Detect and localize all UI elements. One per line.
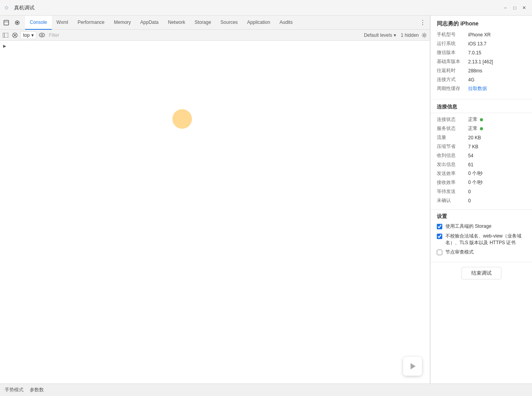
info-row-cache: 周期性缓存 拉取数据 (437, 85, 526, 92)
console-settings-btn[interactable] (420, 31, 428, 39)
info-label-service-status: 服务状态 (437, 125, 468, 132)
info-value-pending: 0 (468, 189, 471, 194)
tab-sources[interactable]: Sources (216, 16, 242, 30)
tab-appdata[interactable]: AppData (136, 16, 163, 30)
info-label-traffic: 流量 (437, 134, 468, 141)
sidebar-toggle-btn[interactable] (2, 31, 9, 39)
tab-wxml[interactable]: Wxml (52, 16, 73, 30)
setting-tls-label: 不校验合法域名、web-view（业务域名）、TLS 版本以及 HTTPS 证书 (445, 233, 526, 246)
fetch-data-link[interactable]: 拉取数据 (468, 85, 487, 92)
inspect-icon-btn[interactable] (2, 18, 11, 27)
info-value-unconfirmed: 0 (468, 198, 471, 203)
info-row-os: 运行系统 iOS 13.7 (437, 40, 526, 47)
info-value-phone-model: iPhone XR (468, 32, 490, 38)
tab-network[interactable]: Network (163, 16, 190, 30)
context-selector[interactable]: top ▾ (20, 31, 36, 39)
info-label-compress: 压缩节省 (437, 143, 468, 150)
app-icon: ◇ (5, 5, 11, 11)
info-label-received: 收到信息 (437, 152, 468, 159)
connection-section-title: 连接信息 (431, 99, 532, 113)
tab-console[interactable]: Console (25, 16, 52, 30)
info-label-pending: 等待发送 (437, 188, 468, 195)
setting-storage-checkbox[interactable] (437, 224, 442, 229)
info-row-sdk: 基础库版本 2.13.1 [462] (437, 58, 526, 65)
svg-point-10 (41, 34, 43, 36)
setting-node-row: 节点审查模式 (437, 249, 526, 256)
close-button[interactable]: ✕ (521, 5, 527, 11)
info-value-traffic: 20 KB (468, 135, 481, 140)
info-value-rtt: 288ms (468, 68, 482, 74)
record-icon-btn[interactable] (13, 18, 22, 27)
console-toolbar: top ▾ Default levels ▾ 1 hidden (0, 30, 430, 41)
setting-tls-row: 不校验合法域名、web-view（业务域名）、TLS 版本以及 HTTPS 证书 (437, 233, 526, 246)
info-row-connection: 连接方式 4G (437, 76, 526, 83)
svg-marker-12 (411, 363, 416, 369)
info-value-wechat: 7.0.15 (468, 50, 481, 56)
tab-memory[interactable]: Memory (109, 16, 136, 30)
info-value-sent: 61 (468, 162, 473, 167)
cursor-indicator (172, 109, 192, 129)
console-content: ▶ (0, 41, 430, 383)
settings-section: 设置 使用工具端的 Storage 不校验合法域名、web-view（业务域名）… (431, 210, 532, 262)
minimize-button[interactable]: − (502, 5, 508, 11)
more-tabs-button[interactable]: ⋮ (417, 17, 428, 28)
tab-bar: Console Wxml Performance Memory AppData … (0, 16, 430, 30)
play-overlay-btn[interactable] (403, 357, 422, 376)
expand-arrow[interactable]: ▶ (3, 44, 6, 48)
svg-rect-4 (3, 33, 8, 38)
info-row-traffic: 流量 20 KB (437, 134, 526, 141)
setting-storage-label: 使用工具端的 Storage (445, 223, 491, 230)
info-value-received: 54 (468, 153, 473, 158)
right-panel: 同志勇的 iPhone 手机型号 iPhone XR 运行系统 iOS 13.7… (430, 16, 532, 383)
info-label-send-rate: 发送效率 (437, 170, 468, 177)
svg-point-3 (16, 22, 18, 23)
title-bar-left: ◇ 真机调试 (5, 4, 34, 11)
conn-status-dot (480, 118, 483, 121)
info-label-rtt: 往返耗时 (437, 67, 468, 74)
info-row-recv-rate: 接收效率 0 个/秒 (437, 179, 526, 186)
info-row-compress: 压缩节省 7 KB (437, 143, 526, 150)
info-row-wechat: 微信版本 7.0.15 (437, 49, 526, 56)
info-row-unconfirmed: 未确认 0 (437, 197, 526, 204)
info-row-conn-status: 连接状态 正常 (437, 116, 526, 123)
setting-node-checkbox[interactable] (437, 250, 442, 255)
end-debug-button[interactable]: 结束调试 (461, 267, 501, 279)
info-value-os: iOS 13.7 (468, 41, 487, 47)
info-row-send-rate: 发送效率 0 个/秒 (437, 170, 526, 177)
info-label-recv-rate: 接收效率 (437, 179, 468, 186)
info-row-phone-model: 手机型号 iPhone XR (437, 31, 526, 38)
tab-bar-icons (2, 18, 22, 27)
setting-storage-row: 使用工具端的 Storage (437, 223, 526, 230)
info-row-rtt: 往返耗时 288ms (437, 67, 526, 74)
info-row-pending: 等待发送 0 (437, 188, 526, 195)
info-value-sdk: 2.13.1 [462] (468, 59, 493, 65)
clear-console-btn[interactable] (11, 31, 19, 39)
title-bar-title: 真机调试 (14, 4, 34, 11)
tab-performance[interactable]: Performance (73, 16, 109, 30)
info-label-unconfirmed: 未确认 (437, 197, 468, 204)
default-levels-btn[interactable]: Default levels ▾ (361, 31, 399, 39)
info-value-compress: 7 KB (468, 144, 478, 149)
device-section: 同志勇的 iPhone 手机型号 iPhone XR 运行系统 iOS 13.7… (431, 16, 532, 99)
info-value-recv-rate: 0 个/秒 (468, 179, 483, 186)
title-bar: ◇ 真机调试 − □ ✕ (0, 0, 532, 16)
tab-storage[interactable]: Storage (190, 16, 216, 30)
tab-audits[interactable]: Audits (275, 16, 297, 30)
setting-tls-checkbox[interactable] (437, 234, 442, 239)
bottom-bar: 手势模式 参数数 (0, 383, 532, 396)
tab-application[interactable]: Application (242, 16, 275, 30)
eye-icon-btn[interactable] (38, 31, 46, 39)
svg-rect-0 (4, 20, 9, 25)
settings-title: 设置 (437, 213, 526, 220)
hidden-count-badge: 1 hidden (401, 32, 419, 38)
device-title: 同志勇的 iPhone (437, 20, 526, 27)
bottom-right-label: 参数数 (30, 387, 44, 393)
maximize-button[interactable]: □ (512, 5, 518, 11)
bottom-left-label: 手势模式 (5, 387, 24, 393)
devtools-panel: Console Wxml Performance Memory AppData … (0, 16, 430, 383)
filter-input[interactable] (47, 32, 359, 38)
service-status-dot (480, 127, 483, 130)
info-row-received: 收到信息 54 (437, 152, 526, 159)
info-label-connection: 连接方式 (437, 76, 468, 83)
info-label-sdk: 基础库版本 (437, 58, 468, 65)
